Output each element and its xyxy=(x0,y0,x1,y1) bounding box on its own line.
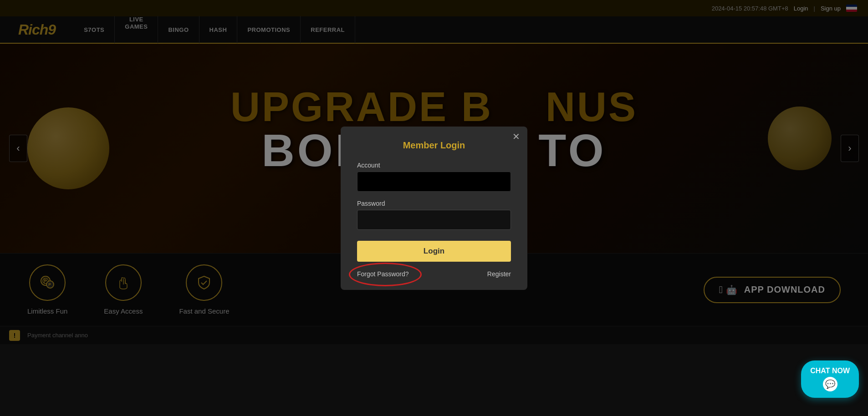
password-form-group: Password xyxy=(357,200,511,230)
modal-overlay: ✕ Member Login Account Password Login Fo… xyxy=(0,0,868,416)
modal-title: Member Login xyxy=(357,140,511,151)
chat-now-button[interactable]: CHAT NOW 💬 xyxy=(801,360,859,398)
chat-bubble-icon: 💬 xyxy=(823,377,837,391)
password-input[interactable] xyxy=(357,210,511,230)
modal-close-button[interactable]: ✕ xyxy=(512,132,520,141)
modal-footer: Forgot Password? Register xyxy=(357,270,511,278)
account-label: Account xyxy=(357,162,511,169)
chat-now-label: CHAT NOW xyxy=(810,367,850,375)
forgot-password-link[interactable]: Forgot Password? xyxy=(357,270,409,278)
account-input[interactable] xyxy=(357,172,511,192)
login-button[interactable]: Login xyxy=(357,241,511,262)
password-label: Password xyxy=(357,200,511,207)
forgot-password-container: Forgot Password? xyxy=(357,270,409,278)
register-link[interactable]: Register xyxy=(487,270,511,278)
login-modal: ✕ Member Login Account Password Login Fo… xyxy=(341,127,527,290)
account-form-group: Account xyxy=(357,162,511,192)
